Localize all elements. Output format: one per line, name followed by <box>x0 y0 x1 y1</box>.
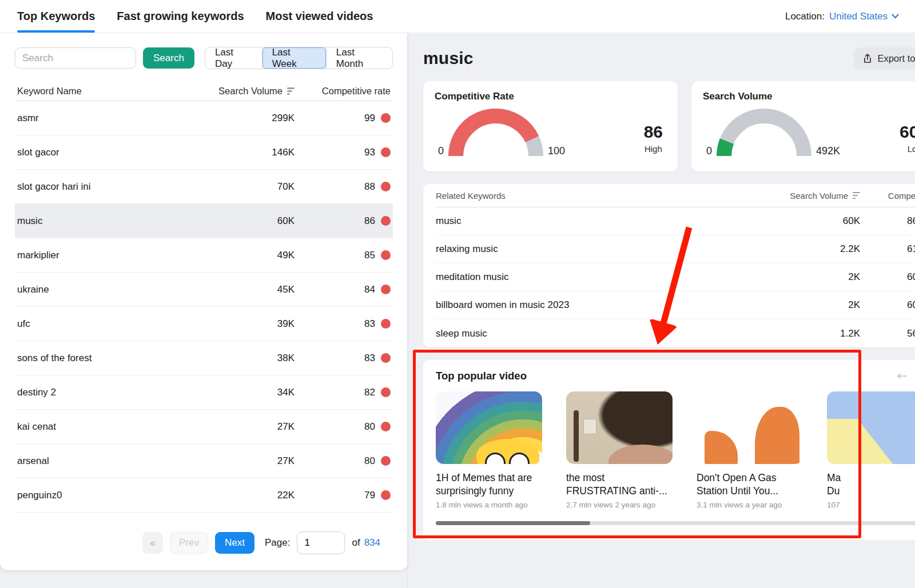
table-row[interactable]: slot gacor hari ini 70K 88 <box>15 170 393 204</box>
prev-page-button[interactable]: Prev <box>170 532 208 554</box>
table-row[interactable]: penguinz0 22K 79 <box>15 478 393 513</box>
table-row[interactable]: asmr 299K 99 <box>15 101 393 135</box>
sort-descending-icon[interactable] <box>853 192 860 199</box>
keyword-name: markiplier <box>17 250 217 261</box>
related-keyword: music <box>436 215 751 227</box>
related-keyword: relaxing music <box>436 243 751 255</box>
tab-most-viewed-videos[interactable]: Most viewed videos <box>266 0 373 33</box>
top-popular-video-card: Top popular video ← → 1H of <box>423 360 915 540</box>
filter-last-day[interactable]: Last Day <box>205 47 262 69</box>
table-header: Keyword Name Search Volume Competitive r… <box>15 82 393 101</box>
related-row[interactable]: billboard women in music 2023 2K 60 <box>436 291 915 319</box>
keyword-volume: 299K <box>217 113 295 124</box>
location-dropdown[interactable]: United States <box>829 11 899 22</box>
location-value: United States <box>829 11 888 22</box>
keyword-rate: 83 <box>364 318 375 330</box>
tab-label: Most viewed videos <box>266 10 373 23</box>
related-rate: 61 <box>907 243 915 255</box>
video-meta: 2.7 mln views 2 years ago <box>566 501 673 509</box>
table-row[interactable]: ukraine 45K 84 <box>15 273 393 307</box>
table-row[interactable]: ufc 39K 83 <box>15 307 393 341</box>
keyword-rate: 82 <box>364 387 375 398</box>
related-row[interactable]: relaxing music 2.2K 61 <box>436 235 915 263</box>
next-page-button[interactable]: Next <box>215 532 254 554</box>
total-pages-link[interactable]: 834 <box>364 537 380 549</box>
table-row[interactable]: destiny 2 34K 82 <box>15 375 393 410</box>
tab-fast-growing-keywords[interactable]: Fast growing keywords <box>117 0 244 33</box>
video-card[interactable]: 1H of Memes that are surprisingly funny … <box>436 391 542 509</box>
keyword-volume: 39K <box>217 318 295 330</box>
rate-dot <box>381 319 391 329</box>
competitive-rate-gauge <box>447 106 544 158</box>
rate-dot <box>381 216 391 226</box>
keyword-volume: 22K <box>217 490 295 501</box>
active-tab-underline <box>17 30 95 33</box>
keyword-name: penguinz0 <box>17 490 217 501</box>
video-card[interactable]: the most FRUSTRATING anti-... 2.7 mln vi… <box>566 391 673 509</box>
video-meta: 3.1 mln views a year ago <box>697 501 803 509</box>
keyword-rate: 86 <box>364 215 375 227</box>
related-keyword: meditation music <box>436 271 751 283</box>
table-row-selected[interactable]: music 60K 86 <box>15 204 393 238</box>
keywords-panel: Search Last Day Last Week Last Month Key… <box>0 33 408 588</box>
video-title: the most FRUSTRATING anti-... <box>566 471 673 498</box>
related-row[interactable]: meditation music 2K 60 <box>436 263 915 291</box>
keyword-volume: 45K <box>217 284 295 295</box>
gauge-value: 60K <box>900 123 915 141</box>
related-keyword: sleep music <box>436 328 751 339</box>
table-row[interactable]: slot gacor 146K 93 <box>15 135 393 170</box>
column-search-volume: Search Volume <box>790 191 848 201</box>
top-navigation-bar: Top Keywords Fast growing keywords Most … <box>0 0 915 33</box>
filter-last-month[interactable]: Last Month <box>326 47 392 69</box>
carousel-prev-icon[interactable]: ← <box>897 369 907 383</box>
table-row[interactable]: sons of the forest 38K 83 <box>15 341 393 375</box>
pagination: « Prev Next Page: of 834 <box>15 515 393 570</box>
time-filter-group: Last Day Last Week Last Month <box>205 47 393 69</box>
related-volume: 2K <box>751 299 860 311</box>
keyword-volume: 70K <box>217 181 295 193</box>
export-pdf-button[interactable]: Export to PDF <box>854 47 915 69</box>
gauge-cards: Competitive Rate 0 100 86 High <box>423 81 915 171</box>
gauge-max-label: 100 <box>544 145 568 158</box>
search-button[interactable]: Search <box>143 47 194 69</box>
keyword-rate: 80 <box>364 421 375 433</box>
keyword-name: slot gacor hari ini <box>17 181 217 193</box>
keywords-table: Keyword Name Search Volume Competitive r… <box>15 82 393 513</box>
video-title: Ma Du <box>827 471 915 498</box>
export-label: Export to PDF <box>877 53 915 64</box>
tab-label: Fast growing keywords <box>117 10 244 23</box>
table-row[interactable]: markiplier 49K 85 <box>15 238 393 273</box>
video-card[interactable]: Don't Open A Gas Station Until You... 3.… <box>697 391 803 509</box>
rate-dot <box>381 490 391 500</box>
sort-descending-icon[interactable] <box>287 87 295 95</box>
location-label: Location: <box>785 11 825 22</box>
carousel-scrollbar[interactable] <box>436 521 915 525</box>
keyword-name: ufc <box>17 318 217 330</box>
filter-controls: Search Last Day Last Week Last Month <box>15 47 393 69</box>
keyword-volume: 34K <box>217 387 295 398</box>
video-title: Don't Open A Gas Station Until You... <box>697 471 803 498</box>
search-volume-card: Search Volume 0 492K 60K Low <box>691 81 915 171</box>
video-meta: 1.8 mln views a month ago <box>436 501 542 509</box>
nav-tabs: Top Keywords Fast growing keywords Most … <box>17 0 373 33</box>
video-thumbnail <box>436 391 542 464</box>
related-row[interactable]: music 60K 86 <box>436 207 915 235</box>
column-search-volume: Search Volume <box>218 86 283 97</box>
video-card[interactable]: Ma Du 107 <box>827 391 915 509</box>
rate-dot <box>381 387 391 397</box>
table-row[interactable]: arsenal 27K 80 <box>15 444 393 478</box>
related-row[interactable]: sleep music 1.2K 56 <box>436 319 915 347</box>
video-thumbnail <box>827 391 915 464</box>
carousel-scrollbar-thumb[interactable] <box>436 521 590 525</box>
search-input[interactable] <box>15 47 136 69</box>
page-title: music <box>423 49 474 68</box>
filter-last-week[interactable]: Last Week <box>262 47 326 69</box>
gauge-level: High <box>644 144 663 154</box>
competitive-rate-card: Competitive Rate 0 100 86 High <box>423 81 678 171</box>
related-rate: 60 <box>907 299 915 311</box>
table-row[interactable]: kai cenat 27K 80 <box>15 410 393 444</box>
page-number-input[interactable] <box>297 531 345 554</box>
first-page-button[interactable]: « <box>142 532 163 554</box>
rate-dot <box>381 353 391 363</box>
tab-top-keywords[interactable]: Top Keywords <box>17 0 95 33</box>
